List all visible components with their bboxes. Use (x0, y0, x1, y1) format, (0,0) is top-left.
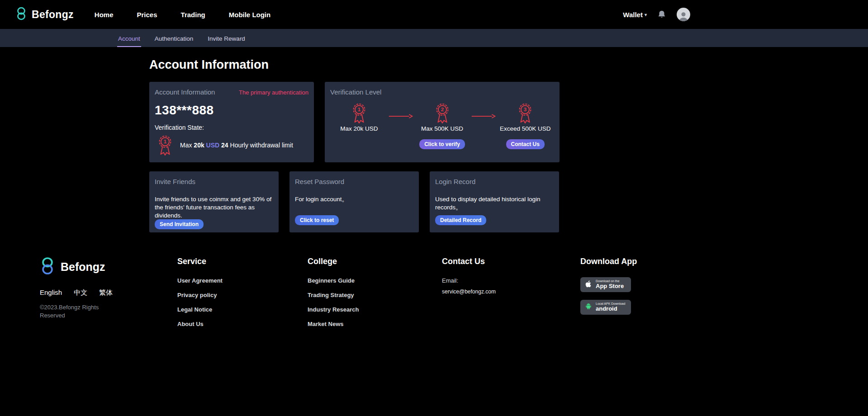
service-column-title: Service (177, 257, 308, 266)
main-nav: Home Prices Trading Mobile Login (95, 11, 270, 19)
bottom-cards-row: Invite Friends Invite friends to use coi… (149, 171, 868, 232)
account-phone-number: 138***888 (155, 103, 308, 118)
reset-password-text: For login account。 (295, 195, 348, 203)
login-record-title: Login Record (435, 178, 475, 185)
page-title: Account Information (149, 58, 868, 72)
brand[interactable]: Befongz (15, 7, 74, 22)
link-legal-notice[interactable]: Legal Notice (177, 306, 308, 313)
account-info-card: Account Information The primary authenti… (149, 82, 314, 162)
nav-item-trading[interactable]: Trading (181, 11, 205, 19)
link-user-agreement[interactable]: User Agreement (177, 277, 308, 284)
verification-level-2: 2 Max 500K USD Click to verify (413, 102, 471, 149)
top-navbar: Befongz Home Prices Trading Mobile Login… (0, 0, 706, 29)
language-simplified-chinese[interactable]: 中文 (74, 288, 87, 297)
level1-label: Max 20k USD (340, 125, 378, 132)
reset-password-card: Reset Password For login account。 Click … (289, 171, 419, 232)
apple-icon (584, 279, 593, 290)
account-subnav: Account Authentication Invite Reward (0, 29, 868, 47)
level3-label: Exceed 500K USD (500, 125, 551, 132)
link-about-us[interactable]: About Us (177, 321, 308, 327)
medal-level2-icon: 2 (432, 102, 453, 124)
reset-password-title: Reset Password (295, 178, 344, 185)
tab-account[interactable]: Account (117, 31, 141, 47)
language-switcher: English 中文 繁体 (40, 288, 177, 297)
medal-level1-icon: 1 (155, 134, 175, 156)
contact-us-button[interactable]: Contact Us (506, 139, 545, 149)
tab-invite-reward[interactable]: Invite Reward (207, 31, 246, 47)
footer-brand[interactable]: Befongz (40, 257, 177, 277)
footer-service-column: Service User Agreement Privacy policy Le… (177, 257, 308, 335)
login-record-text: Used to display detailed historical logi… (435, 195, 554, 212)
link-beginners-guide[interactable]: Beginners Guide (308, 277, 442, 284)
detailed-record-button[interactable]: Detailed Record (435, 215, 486, 225)
invite-friends-card: Invite Friends Invite friends to use coi… (149, 171, 279, 232)
footer-college-column: College Beginners Guide Trading Strategy… (308, 257, 442, 335)
nav-item-prices[interactable]: Prices (137, 11, 157, 19)
login-record-card: Login Record Used to display detailed hi… (430, 171, 559, 232)
notifications-bell-icon[interactable] (657, 9, 667, 19)
verification-level-1: 1 Max 20k USD (330, 102, 388, 149)
chevron-down-icon: ▾ (645, 12, 647, 17)
footer-logo-icon (40, 257, 55, 277)
verification-card-title: Verification Level (330, 88, 381, 96)
android-icon (584, 303, 593, 312)
main-content: Account Information Account Information … (0, 47, 868, 232)
svg-text:3: 3 (524, 107, 526, 112)
primary-authentication-badge: The primary authentication (239, 89, 308, 96)
footer-download-column: Download App Download on the App Store (580, 257, 637, 335)
medal-number: 1 (164, 139, 167, 144)
verification-level-card: Verification Level 1 Max 20k USD (325, 82, 560, 162)
email-address: service@befongz.com (442, 288, 580, 295)
email-label: Email: (442, 277, 580, 284)
contact-column-title: Contact Us (442, 257, 580, 266)
footer-brand-block: Befongz English 中文 繁体 ©2023.Befongz Righ… (40, 257, 177, 335)
verification-level-3: 3 Exceed 500K USD Contact Us (496, 102, 554, 149)
account-card-title: Account Information (155, 88, 215, 96)
tab-authentication[interactable]: Authentication (154, 31, 194, 47)
footer-brand-name: Befongz (61, 260, 105, 274)
level2-label: Max 500K USD (421, 125, 463, 132)
user-avatar[interactable] (677, 8, 690, 21)
copyright-text: ©2023.Befongz Rights Reserved (40, 303, 109, 319)
arrow-right-icon (388, 113, 413, 119)
medal-level3-icon: 3 (515, 102, 536, 124)
language-traditional-chinese[interactable]: 繁体 (99, 288, 113, 297)
brand-name: Befongz (32, 9, 74, 21)
page-footer: Befongz English 中文 繁体 ©2023.Befongz Righ… (0, 232, 868, 335)
link-trading-strategy[interactable]: Trading Strategy (308, 292, 442, 298)
brand-logo-icon (15, 7, 27, 22)
verification-state-label: Verification State: (155, 124, 308, 131)
send-invitation-button[interactable]: Send Invitation (155, 219, 204, 229)
footer-contact-column: Contact Us Email: service@befongz.com (442, 257, 580, 335)
wallet-dropdown[interactable]: Wallet ▾ (623, 11, 647, 19)
link-market-news[interactable]: Market News (308, 321, 442, 327)
click-to-reset-button[interactable]: Click to reset (295, 215, 339, 225)
language-english[interactable]: English (40, 288, 62, 296)
withdrawal-limit-text: Max 20k USD 24 Hourly withdrawal limit (180, 142, 293, 149)
invite-friends-text: Invite friends to use coinmx and get 30%… (155, 195, 273, 219)
appstore-badge-line2: App Store (596, 283, 624, 290)
android-apk-badge[interactable]: Local APK Download android (580, 300, 631, 315)
verification-levels: 1 Max 20k USD 2 (330, 102, 554, 149)
top-cards-row: Account Information The primary authenti… (149, 82, 868, 162)
arrow-right-icon (471, 113, 496, 119)
svg-text:1: 1 (358, 107, 361, 112)
nav-item-mobile-login[interactable]: Mobile Login (229, 11, 270, 19)
college-column-title: College (308, 257, 442, 266)
link-industry-research[interactable]: Industry Research (308, 306, 442, 313)
click-to-verify-button[interactable]: Click to verify (419, 139, 465, 149)
android-badge-line2: android (596, 306, 625, 312)
navbar-right: Wallet ▾ (623, 8, 690, 21)
download-column-title: Download App (580, 257, 637, 266)
wallet-label: Wallet (623, 11, 643, 19)
medal-level1-icon: 1 (349, 102, 370, 124)
nav-item-home[interactable]: Home (95, 11, 114, 19)
link-privacy-policy[interactable]: Privacy policy (177, 292, 308, 298)
app-store-badge[interactable]: Download on the App Store (580, 277, 631, 292)
invite-friends-title: Invite Friends (155, 178, 195, 185)
svg-text:2: 2 (441, 107, 443, 112)
